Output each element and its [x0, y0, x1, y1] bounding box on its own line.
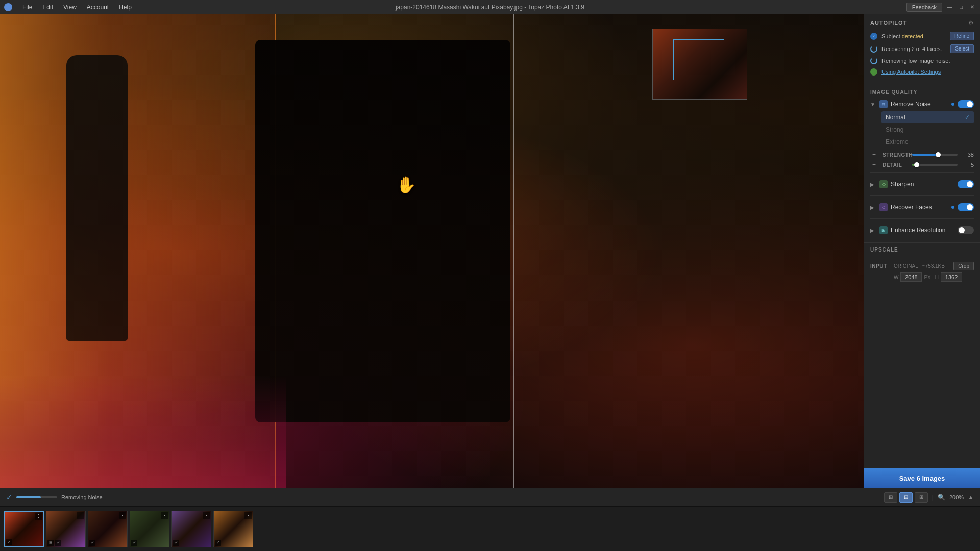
remove-noise-row: ▼ ≋ Remove Noise	[870, 100, 974, 108]
film-item-2[interactable]: ⋮ ⊞ ✓	[46, 511, 86, 547]
enhance-resolution-chevron[interactable]: ▶	[870, 228, 876, 233]
mode-normal[interactable]: Normal ✓	[881, 111, 974, 123]
menu-view[interactable]: View	[61, 3, 79, 12]
strength-label: STRENGTH	[883, 152, 908, 158]
mode-extreme[interactable]: Extreme	[881, 136, 974, 148]
autopilot-settings-link[interactable]: Using Autopilot Settings	[881, 69, 941, 75]
remove-noise-chevron[interactable]: ▼	[870, 102, 876, 107]
film-menu-6[interactable]: ⋮	[244, 512, 252, 519]
upscale-header: UPSCALE	[870, 247, 974, 258]
divider-2	[870, 195, 974, 196]
view-btn-grid[interactable]: ⊞	[884, 492, 897, 503]
view-btn-split[interactable]: ⊟	[899, 492, 913, 503]
maximize-button[interactable]: □	[958, 4, 965, 11]
detail-label: DETAIL	[883, 162, 908, 168]
input-info: ORIGINAL · ~753.1KB	[894, 263, 950, 269]
crop-button[interactable]: Crop	[953, 262, 974, 270]
enhance-resolution-label: Enhance Resolution	[891, 227, 954, 234]
menu-file[interactable]: File	[20, 3, 34, 12]
close-button[interactable]: ✕	[969, 4, 976, 11]
canvas-area[interactable]: ✋	[0, 14, 864, 488]
floor-reflection	[0, 375, 286, 488]
film-icons-5: ✓	[173, 540, 179, 546]
sharpen-chevron[interactable]: ▶	[870, 182, 876, 187]
strength-thumb[interactable]	[936, 152, 941, 157]
film-menu-2[interactable]: ⋮	[77, 512, 84, 519]
recover-faces-label: Recover Faces	[891, 204, 948, 211]
right-panel: AUTOPILOT ⚙ ✓ Subject detected. Refine R…	[864, 14, 980, 488]
film-icon-2b: ✓	[55, 540, 61, 546]
zoom-up-icon[interactable]: ▲	[968, 494, 974, 501]
mode-selector: Normal ✓ Strong Extreme	[881, 111, 974, 148]
split-line	[513, 14, 514, 488]
view-controls: ⊞ ⊟ ⊞ | 🔍 200% ▲	[884, 492, 974, 503]
strength-fill	[912, 154, 938, 156]
strength-add[interactable]: +	[872, 151, 878, 158]
film-item-4[interactable]: ⋮ ✓	[130, 511, 169, 547]
menu-bar: File Edit View Account Help	[20, 3, 134, 12]
remove-noise-toggle[interactable]	[958, 100, 974, 108]
select-button[interactable]: Select	[950, 44, 974, 53]
film-menu-1[interactable]: ⋮	[35, 513, 42, 520]
right-panel-bottom: Save 6 Images	[864, 468, 980, 488]
strength-value: 38	[962, 152, 974, 158]
zoom-level: 200%	[949, 494, 964, 500]
enhance-resolution-icon: ⊞	[879, 226, 888, 234]
film-icons-4: ✓	[131, 540, 137, 546]
autopilot-row-faces: Recovering 2 of 4 faces. Select	[870, 44, 974, 53]
film-menu-4[interactable]: ⋮	[161, 512, 168, 519]
film-icons-2: ⊞ ✓	[47, 540, 61, 546]
refine-button[interactable]: Refine	[950, 32, 974, 40]
mini-preview[interactable]	[652, 29, 747, 100]
view-btn-compare[interactable]: ⊞	[915, 492, 928, 503]
film-item-6[interactable]: ⋮ ✓	[213, 511, 253, 547]
mode-normal-text: Normal	[886, 114, 905, 121]
mode-strong[interactable]: Strong	[881, 123, 974, 136]
detail-add[interactable]: +	[872, 161, 878, 168]
sharpen-icon: ◇	[879, 180, 888, 188]
film-menu-5[interactable]: ⋮	[203, 512, 210, 519]
titlebar-left: File Edit View Account Help	[4, 3, 134, 12]
feedback-button[interactable]: Feedback	[906, 3, 942, 12]
detail-value: 5	[962, 162, 974, 168]
zoom-out-icon[interactable]: 🔍	[938, 494, 945, 501]
h-input[interactable]	[941, 272, 962, 282]
save-button[interactable]: Save 6 Images	[864, 468, 980, 488]
w-input[interactable]	[900, 272, 922, 282]
recover-faces-chevron[interactable]: ▶	[870, 205, 876, 210]
film-icon-2a: ⊞	[47, 540, 54, 546]
film-icon-5: ✓	[173, 540, 179, 546]
upscale-title: UPSCALE	[870, 247, 898, 253]
mode-extreme-text: Extreme	[886, 138, 909, 145]
film-menu-3[interactable]: ⋮	[119, 512, 126, 519]
menu-help[interactable]: Help	[117, 3, 134, 12]
sharpen-toggle[interactable]	[958, 180, 974, 188]
film-item-1[interactable]: ⋮ ✓	[4, 511, 44, 547]
window-title: japan-2014618 Masashi Wakui auf Pixabay.…	[396, 4, 584, 11]
film-item-5[interactable]: ⋮ ✓	[172, 511, 211, 547]
mode-normal-check: ✓	[965, 114, 970, 121]
detail-slider[interactable]	[912, 164, 958, 166]
detail-thumb[interactable]	[914, 162, 919, 167]
status-dot-subject: ✓	[870, 33, 877, 40]
upscale-section: UPSCALE INPUT ORIGINAL · ~753.1KB Crop W…	[864, 242, 980, 286]
film-icons-6: ✓	[215, 540, 221, 546]
menu-edit[interactable]: Edit	[40, 3, 55, 12]
film-item-3[interactable]: ⋮ ✓	[88, 511, 128, 547]
bottom-area: ✓ Removing Noise ⊞ ⊟ ⊞ | 🔍 200% ▲ ⋮ ✓ ⋮	[0, 488, 980, 551]
autopilot-text-faces: Recovering 2 of 4 faces.	[881, 46, 946, 52]
enhance-resolution-toggle[interactable]	[958, 226, 974, 234]
minimize-button[interactable]: —	[946, 4, 953, 11]
input-label: INPUT	[870, 263, 891, 269]
mode-strong-text: Strong	[886, 126, 903, 133]
filmstrip: ⋮ ✓ ⋮ ⊞ ✓ ⋮ ✓ ⋮ ✓	[0, 506, 980, 551]
app-logo	[4, 3, 12, 11]
recover-faces-toggle[interactable]	[958, 203, 974, 211]
menu-account[interactable]: Account	[85, 3, 111, 12]
main-area: ✋ AUTOPILOT ⚙ ✓ Subject detected. Refine	[0, 14, 980, 488]
status-dot-noise	[870, 57, 877, 64]
enhance-resolution-row: ▶ ⊞ Enhance Resolution	[870, 223, 974, 237]
strength-slider[interactable]	[912, 154, 958, 156]
divider-1	[870, 172, 974, 173]
autopilot-settings-icon[interactable]: ⚙	[968, 19, 974, 27]
